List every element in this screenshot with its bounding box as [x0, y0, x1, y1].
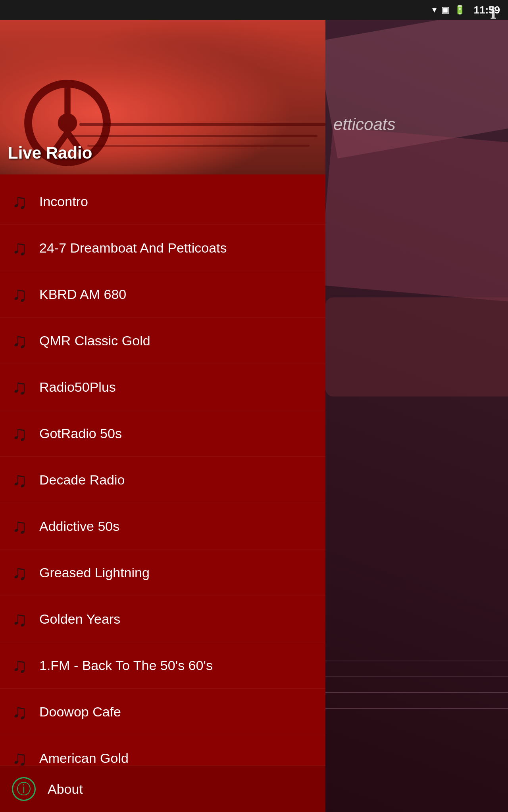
music-note-icon: ♫ — [12, 746, 27, 766]
menu-item-10[interactable]: ♫Golden Years — [0, 596, 325, 642]
status-bar: ▾ ▣ 🔋 11:59 — [0, 0, 508, 20]
header-image: Live Radio — [0, 20, 325, 174]
menu-item-label: Decade Radio — [39, 472, 125, 488]
music-note-icon: ♫ — [12, 282, 27, 306]
about-label: About — [48, 781, 83, 797]
menu-item-label: Greased Lightning — [39, 565, 150, 580]
sim-icon: ▣ — [441, 5, 450, 15]
header-title: Live Radio — [8, 144, 92, 163]
battery-icon: 🔋 — [454, 5, 465, 15]
car-decoration-3 — [325, 297, 508, 396]
status-time: 11:59 — [474, 4, 500, 16]
sidebar: Live Radio ♫Incontro♫24-7 Dreamboat And … — [0, 20, 325, 812]
car-decoration-2 — [325, 127, 508, 309]
music-note-icon: ♫ — [12, 236, 27, 260]
info-button[interactable]: ℹ — [490, 4, 496, 22]
menu-item-label: KBRD AM 680 — [39, 287, 126, 302]
menu-item-9[interactable]: ♫Greased Lightning — [0, 550, 325, 596]
music-note-icon: ♫ — [12, 514, 27, 538]
music-note-icon: ♫ — [12, 700, 27, 724]
main-layout: Live Radio ♫Incontro♫24-7 Dreamboat And … — [0, 20, 508, 812]
menu-item-4[interactable]: ♫QMR Classic Gold — [0, 318, 325, 364]
menu-item-label: QMR Classic Gold — [39, 333, 150, 349]
menu-item-7[interactable]: ♫Decade Radio — [0, 457, 325, 503]
music-note-icon: ♫ — [12, 375, 27, 399]
music-note-icon: ♫ — [12, 329, 27, 352]
about-menu-item[interactable]: ⓘ About — [0, 766, 325, 812]
menu-item-5[interactable]: ♫Radio50Plus — [0, 364, 325, 410]
music-note-icon: ♫ — [12, 561, 27, 584]
about-icon: ⓘ — [12, 777, 36, 801]
music-note-icon: ♫ — [12, 190, 27, 213]
menu-item-12[interactable]: ♫Doowop Cafe — [0, 689, 325, 735]
music-note-icon: ♫ — [12, 653, 27, 677]
right-panel: etticoats — [325, 20, 508, 812]
wifi-icon: ▾ — [432, 5, 437, 15]
now-playing-text: etticoats — [333, 115, 395, 134]
music-note-icon: ♫ — [12, 421, 27, 445]
menu-item-13[interactable]: ♫American Gold — [0, 735, 325, 766]
menu-item-3[interactable]: ♫KBRD AM 680 — [0, 271, 325, 318]
menu-item-6[interactable]: ♫GotRadio 50s — [0, 410, 325, 457]
header-image-bg: Live Radio — [0, 20, 325, 174]
music-note-icon: ♫ — [12, 468, 27, 492]
music-note-icon: ♫ — [12, 607, 27, 631]
menu-item-label: Addictive 50s — [39, 519, 119, 534]
menu-item-1[interactable]: ♫Incontro — [0, 178, 325, 225]
menu-item-label: 24-7 Dreamboat And Petticoats — [39, 240, 227, 256]
menu-list[interactable]: ♫Incontro♫24-7 Dreamboat And Petticoats♫… — [0, 174, 325, 766]
info-icon: ℹ — [490, 4, 496, 22]
menu-item-label: American Gold — [39, 751, 129, 766]
menu-item-label: Radio50Plus — [39, 379, 116, 395]
menu-item-8[interactable]: ♫Addictive 50s — [0, 503, 325, 550]
menu-item-label: Doowop Cafe — [39, 704, 121, 720]
menu-item-label: Golden Years — [39, 611, 120, 627]
menu-item-2[interactable]: ♫24-7 Dreamboat And Petticoats — [0, 225, 325, 271]
menu-item-11[interactable]: ♫1.FM - Back To The 50's 60's — [0, 642, 325, 689]
car-image-right — [325, 20, 508, 812]
menu-item-label: Incontro — [39, 194, 88, 209]
menu-item-label: GotRadio 50s — [39, 426, 122, 441]
menu-item-label: 1.FM - Back To The 50's 60's — [39, 658, 213, 673]
